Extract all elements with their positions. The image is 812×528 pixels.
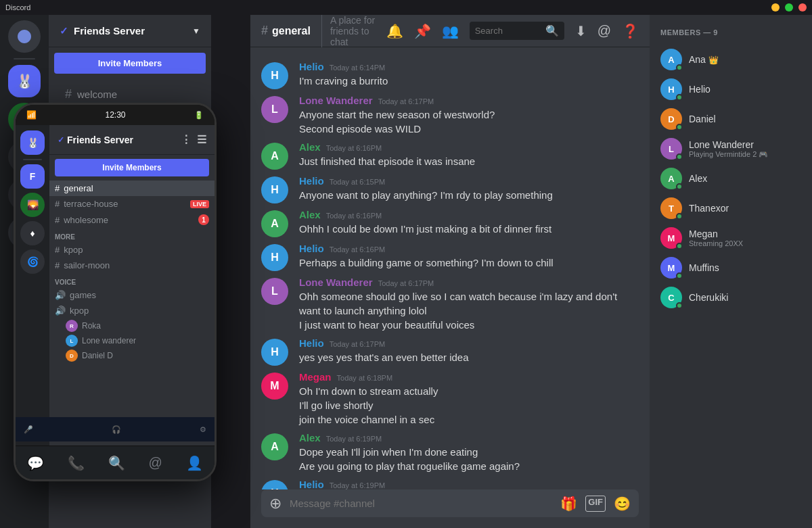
message-avatar-helio: H bbox=[261, 339, 288, 366]
message-author-lone[interactable]: Lone Wanderer bbox=[299, 95, 373, 106]
message-author-helio[interactable]: Helio bbox=[299, 479, 324, 489]
message-header: Helio Today at 6:14PM bbox=[299, 61, 639, 72]
phone-server-icon-3[interactable]: 🌀 bbox=[20, 249, 45, 274]
message-time: Today at 6:19PM bbox=[326, 435, 382, 443]
gif-icon[interactable]: GIF bbox=[585, 496, 606, 512]
phone-invite-button[interactable]: Invite Members bbox=[55, 159, 209, 176]
member-avatar-lone: L bbox=[660, 138, 682, 160]
server-dropdown-arrow[interactable]: ▼ bbox=[192, 26, 200, 36]
member-activity-lone: Playing Vermintide 2 🎮 bbox=[689, 150, 801, 159]
message-avatar-alex: A bbox=[261, 210, 288, 237]
phone-channel-general[interactable]: # general bbox=[49, 181, 215, 196]
member-item-cherukiki[interactable]: C Cherukiki bbox=[655, 283, 807, 312]
message-avatar-lone: L bbox=[261, 278, 288, 305]
maximize-button[interactable] bbox=[785, 3, 793, 11]
invite-members-button[interactable]: Invite Members bbox=[54, 53, 206, 74]
message-author-helio[interactable]: Helio bbox=[299, 243, 324, 254]
server-header[interactable]: ✓ Friends Server ▼ bbox=[49, 15, 211, 47]
gift-icon[interactable]: 🎁 bbox=[560, 496, 577, 512]
help-icon[interactable]: ❓ bbox=[622, 23, 639, 39]
phone-nav-mentions[interactable]: @ bbox=[149, 455, 162, 471]
notification-icon[interactable]: 🔔 bbox=[386, 23, 403, 39]
message-content: Helio Today at 6:15PM Anyone want to pla… bbox=[299, 175, 639, 203]
phone-channel-terrace-house[interactable]: # terrace-house LIVE bbox=[49, 196, 215, 212]
phone-server-header[interactable]: ✓ Friends Server ⋮ ☰ bbox=[49, 125, 215, 155]
member-info-ana: Ana 👑 bbox=[689, 54, 801, 65]
members-icon[interactable]: 👥 bbox=[442, 23, 459, 39]
message-author-alex[interactable]: Alex bbox=[299, 141, 321, 153]
phone-header-icon-1[interactable]: ⋮ bbox=[181, 133, 191, 146]
server-icon-dm[interactable] bbox=[8, 20, 41, 53]
member-status-cherukiki bbox=[676, 302, 683, 309]
phone-server-icon-2[interactable]: ♦ bbox=[20, 221, 45, 245]
message-text: I'm craving a burrito bbox=[299, 74, 639, 88]
phone-header-icon-2[interactable]: ☰ bbox=[197, 133, 206, 146]
member-info-megan: Megan Streaming 20XX bbox=[689, 229, 801, 247]
phone-nav-calls[interactable]: 📞 bbox=[68, 455, 85, 471]
phone-nav-profile[interactable]: 👤 bbox=[186, 455, 203, 471]
message-text: yes yes yes that's an even better idea bbox=[299, 350, 639, 364]
channel-item-welcome[interactable]: # welcome bbox=[54, 85, 206, 104]
chat-header: # general A place for friends to chat 🔔 … bbox=[250, 15, 650, 47]
download-icon[interactable]: ⬇ bbox=[575, 23, 587, 39]
phone-content: 🐰 F 🌄 ♦ 🌀 ✓ Friends Server ⋮ ☰ bbox=[16, 125, 215, 446]
phone-nav-messages[interactable]: 💬 bbox=[27, 455, 44, 471]
headphone-icon[interactable]: 🎧 bbox=[112, 425, 121, 434]
phone-voice-user-roka: R Roka bbox=[49, 318, 215, 333]
server-icon-friends[interactable]: 🐰 bbox=[8, 65, 41, 97]
message-header: Alex Today at 6:16PM bbox=[299, 141, 639, 153]
input-add-button[interactable]: ⊕ bbox=[269, 495, 281, 512]
message-author-helio[interactable]: Helio bbox=[299, 175, 324, 187]
message-author-alex[interactable]: Alex bbox=[299, 209, 321, 220]
member-info-helio: Helio bbox=[689, 84, 801, 95]
member-name-lone: Lone Wanderer bbox=[689, 139, 801, 150]
member-name-thanexor: Thanexor bbox=[689, 203, 801, 214]
phone-server-icon-friends[interactable]: F bbox=[20, 164, 45, 189]
message-author-alex[interactable]: Alex bbox=[299, 432, 321, 443]
message-author-megan[interactable]: Megan bbox=[299, 371, 332, 383]
message-author-lone[interactable]: Lone Wanderer bbox=[299, 277, 373, 288]
phone-status-bar: 📶 12:30 🔋 bbox=[16, 105, 215, 125]
phone-server-icon-1[interactable]: 🌄 bbox=[20, 193, 45, 217]
message-line: Oh I'm down to stream actually bbox=[299, 384, 639, 398]
member-item-muffins[interactable]: M Muffins bbox=[655, 253, 807, 283]
live-badge: LIVE bbox=[190, 200, 209, 208]
phone-voice-games[interactable]: 🔊 games bbox=[49, 287, 215, 303]
search-box[interactable]: 🔍 bbox=[470, 22, 564, 40]
member-avatar-daniel: D bbox=[660, 108, 682, 130]
server-divider bbox=[14, 58, 35, 59]
message-author-helio[interactable]: Helio bbox=[299, 337, 324, 349]
phone-voice-kpop[interactable]: 🔊 kpop bbox=[49, 303, 215, 318]
pin-icon[interactable]: 📌 bbox=[414, 23, 431, 39]
phone-channel-sailor-moon[interactable]: # sailor-moon bbox=[49, 258, 215, 273]
mic-icon[interactable]: 🎤 bbox=[24, 425, 33, 434]
phone-va-roka: R bbox=[66, 320, 78, 332]
member-status-muffins bbox=[676, 272, 683, 279]
phone-channel-wholesome[interactable]: # wholesome 1 bbox=[49, 212, 215, 228]
title-bar-controls[interactable] bbox=[771, 3, 807, 11]
phone-channel-kpop[interactable]: # kpop bbox=[49, 242, 215, 258]
wifi-icon: 📶 bbox=[26, 110, 37, 120]
member-item-thanexor[interactable]: T Thanexor bbox=[655, 193, 807, 223]
message-author-helio[interactable]: Helio bbox=[299, 61, 324, 72]
member-info-cherukiki: Cherukiki bbox=[689, 292, 801, 303]
chat-hash-icon: # bbox=[261, 24, 268, 38]
emoji-icon[interactable]: 😊 bbox=[614, 496, 631, 512]
member-item-daniel[interactable]: D Daniel bbox=[655, 104, 807, 134]
minimize-button[interactable] bbox=[771, 3, 780, 11]
member-item-ana[interactable]: A Ana 👑 bbox=[655, 45, 807, 74]
member-item-alex[interactable]: A Alex bbox=[655, 164, 807, 193]
close-button[interactable] bbox=[798, 3, 807, 11]
message-line: Dope yeah I'll join when I'm done eating bbox=[299, 445, 639, 459]
member-item-megan[interactable]: M Megan Streaming 20XX bbox=[655, 223, 807, 253]
member-item-lone-wanderer[interactable]: L Lone Wanderer Playing Vermintide 2 🎮 bbox=[655, 134, 807, 164]
phone-server-icon-dm[interactable]: 🐰 bbox=[20, 130, 45, 155]
phone-server-actions[interactable]: ⋮ ☰ bbox=[181, 133, 206, 146]
message-input[interactable] bbox=[290, 489, 552, 517]
inbox-icon[interactable]: @ bbox=[597, 23, 611, 39]
settings-icon[interactable]: ⚙ bbox=[200, 425, 206, 434]
member-item-helio[interactable]: H Helio bbox=[655, 74, 807, 104]
message-time: Today at 6:15PM bbox=[330, 178, 386, 186]
search-input[interactable] bbox=[475, 26, 541, 36]
phone-nav-search[interactable]: 🔍 bbox=[108, 455, 125, 471]
